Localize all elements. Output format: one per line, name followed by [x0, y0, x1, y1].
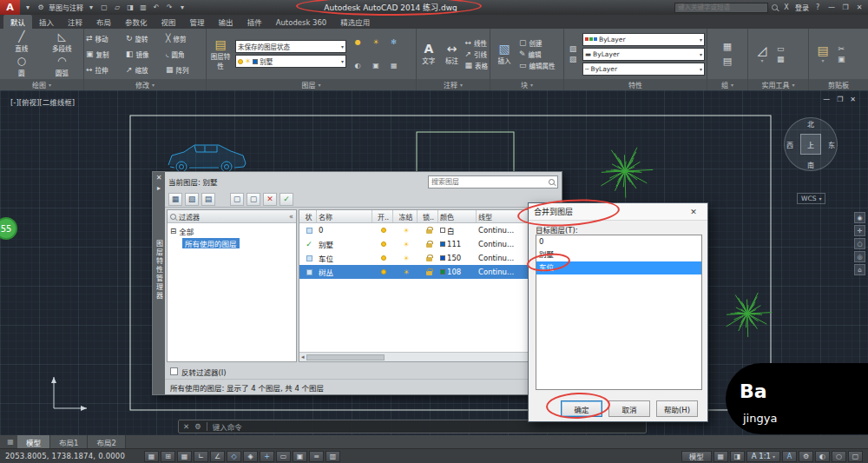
dyn-toggle[interactable]: ▣	[293, 451, 307, 462]
quick-select-icon[interactable]: ▭	[777, 44, 785, 53]
arc-tool[interactable]: ◠圆弧	[43, 55, 82, 78]
unlock-icon[interactable]	[426, 257, 432, 261]
pan-icon[interactable]: ✛	[854, 225, 865, 236]
isolate-objects-icon[interactable]: ○	[832, 451, 846, 462]
group-icon[interactable]: ▦	[723, 41, 732, 52]
array-tool[interactable]: ▦阵列	[166, 65, 204, 75]
layer-state-combo[interactable]: 未保存的图层状态▾	[235, 40, 346, 53]
tab-output[interactable]: 输出	[212, 15, 240, 29]
copy-clip-icon[interactable]: ▣	[838, 55, 845, 63]
workspace-dropdown-icon[interactable]: ▾	[86, 3, 96, 11]
layer-search-input[interactable]	[431, 178, 547, 186]
doc-restore-button[interactable]: ❐	[837, 96, 843, 103]
panel-label-modify[interactable]: 修改▾	[84, 79, 206, 90]
search-icon[interactable]	[772, 4, 778, 10]
ok-button[interactable]: 确定	[561, 400, 602, 417]
fillet-tool[interactable]: ◟圆角	[166, 50, 204, 59]
palette-close-button[interactable]: ✕	[156, 174, 162, 182]
layer-combo[interactable]: ☀别墅▾	[235, 55, 346, 68]
paste-tool[interactable]: ▤▾	[811, 30, 835, 77]
sun-icon[interactable]: ☀	[403, 255, 409, 262]
new-property-filter-button[interactable]: ▦	[168, 193, 182, 206]
help-search-input[interactable]	[674, 3, 768, 13]
palette-autohide-icon[interactable]: ▸	[157, 184, 161, 192]
viewcube-top-face[interactable]: 上	[800, 134, 821, 155]
color-swatch[interactable]	[440, 255, 445, 261]
panel-label-draw[interactable]: 绘图▾	[0, 79, 83, 90]
dialog-close-button[interactable]: ✕	[685, 208, 702, 216]
panel-label-groups[interactable]: 组▾	[707, 79, 747, 90]
delete-layer-button[interactable]: ✕	[263, 193, 277, 206]
quick-view-layouts-icon[interactable]: ▦	[713, 451, 728, 462]
insert-block-tool[interactable]: ▧插入	[492, 30, 516, 77]
full-nav-wheel-icon[interactable]: ◉	[854, 212, 865, 223]
app-logo-button[interactable]: A	[0, 0, 20, 15]
copy-tool[interactable]: ▣复制	[86, 50, 124, 59]
workspace-switcher[interactable]: 草图与注释	[49, 3, 83, 12]
layer-list-header[interactable]: 状 名称 开.. 冻结 锁.. 颜色 线型 线宽	[299, 210, 559, 223]
linear-dim-tool[interactable]: ↔线性	[464, 38, 488, 48]
unlock-icon[interactable]	[426, 229, 432, 234]
scroll-left-icon[interactable]: ◂	[301, 354, 305, 360]
layer-row-chewei[interactable]: 车位 ☀ 150 Continu... 默认	[299, 251, 559, 265]
linetype-combo[interactable]: ┄ByLayer▾	[582, 63, 705, 76]
move-tool[interactable]: ⇄移动	[86, 34, 124, 43]
mirror-tool[interactable]: ◧镜像	[126, 50, 164, 59]
lock-ui-icon[interactable]: ◐	[815, 451, 830, 462]
viewcube-north[interactable]: 北	[807, 119, 814, 129]
measure-tool[interactable]: ◿▾	[750, 30, 774, 77]
panel-label-layers[interactable]: 图层▾	[207, 79, 416, 90]
panel-label-annotate[interactable]: 注释▾	[417, 79, 490, 90]
edit-attributes-tool[interactable]: ▭编辑属性	[519, 61, 556, 70]
unlock-icon[interactable]	[426, 271, 432, 275]
help-button[interactable]: 帮助(H)	[656, 400, 698, 417]
tab-layout2[interactable]: 布局2	[88, 435, 125, 448]
transparency-toggle[interactable]: ▥	[326, 451, 340, 462]
set-current-layer-button[interactable]: ✓	[279, 193, 293, 206]
exchange-apps-icon[interactable]: X	[781, 3, 792, 11]
panel-label-utilities[interactable]: 实用工具▾	[748, 79, 808, 90]
sun-icon[interactable]: ☀	[403, 241, 409, 248]
grid-toggle[interactable]: ▦	[177, 451, 192, 462]
lineweight-combo[interactable]: ▬ByLayer▾	[582, 48, 705, 61]
close-button[interactable]: ✕	[854, 3, 865, 11]
infer-constraints-toggle[interactable]: ▦	[144, 451, 159, 462]
tab-parametric[interactable]: 参数化	[118, 15, 155, 29]
create-block-tool[interactable]: ▢创建	[519, 38, 556, 48]
open-file-icon[interactable]: ▱	[112, 3, 122, 11]
quick-calc-icon[interactable]: ▦	[777, 55, 785, 63]
doc-close-button[interactable]: ✕	[850, 96, 856, 103]
viewport-controls-label[interactable]: [-][俯视][二维线框]	[10, 96, 75, 107]
layer-properties-button[interactable]: ▤图层特性	[208, 30, 233, 77]
tab-default[interactable]: 默认	[3, 15, 32, 29]
cancel-button[interactable]: 取消	[608, 400, 650, 417]
polar-toggle[interactable]: ∠	[210, 451, 225, 462]
horizontal-scrollbar[interactable]: ◂ ▸	[299, 352, 559, 361]
list-item-chewei[interactable]: 车位	[536, 261, 701, 274]
bulb-icon[interactable]	[381, 255, 386, 261]
layer-row-shucong[interactable]: 树丛 ☀ 108 Continu... 默认	[299, 265, 559, 279]
restore-button[interactable]: ❐	[840, 3, 851, 11]
annotation-scale-button[interactable]: A 1:1▾	[746, 451, 780, 462]
app-menu-dropdown-icon[interactable]: ▾	[23, 3, 33, 11]
target-layer-listbox[interactable]: 0 别墅 车位	[536, 235, 702, 390]
quick-access-dropdown-icon[interactable]: ▾	[177, 3, 187, 11]
tab-model[interactable]: 模型	[17, 435, 50, 448]
viewcube-west[interactable]: 西	[786, 140, 793, 149]
dimension-tool[interactable]: ↔标注	[442, 30, 463, 77]
sun-icon[interactable]: ☀	[403, 227, 409, 235]
layer-row-bieshu[interactable]: ✓ 别墅 ☀ 111 Continu... 默认	[299, 237, 559, 251]
undo-icon[interactable]: ↶	[151, 3, 161, 11]
text-tool[interactable]: A文字	[418, 30, 439, 77]
new-layer-vp-frozen-button[interactable]: ▢	[247, 193, 260, 206]
tab-insert[interactable]: 插入	[32, 15, 61, 29]
layer-states-manager-button[interactable]: ▤	[201, 193, 215, 206]
snap-toggle[interactable]: ⊞	[161, 451, 175, 462]
list-item-bieshu[interactable]: 别墅	[536, 248, 701, 261]
plot-icon[interactable]: ▥	[138, 3, 148, 11]
clean-screen-icon[interactable]: ▢	[848, 451, 863, 462]
sun-icon[interactable]: ☀	[403, 268, 409, 276]
lwt-toggle[interactable]: ≡	[309, 451, 324, 462]
trim-tool[interactable]: ╳修剪	[166, 34, 204, 43]
tab-annotate[interactable]: 注释	[61, 15, 89, 29]
